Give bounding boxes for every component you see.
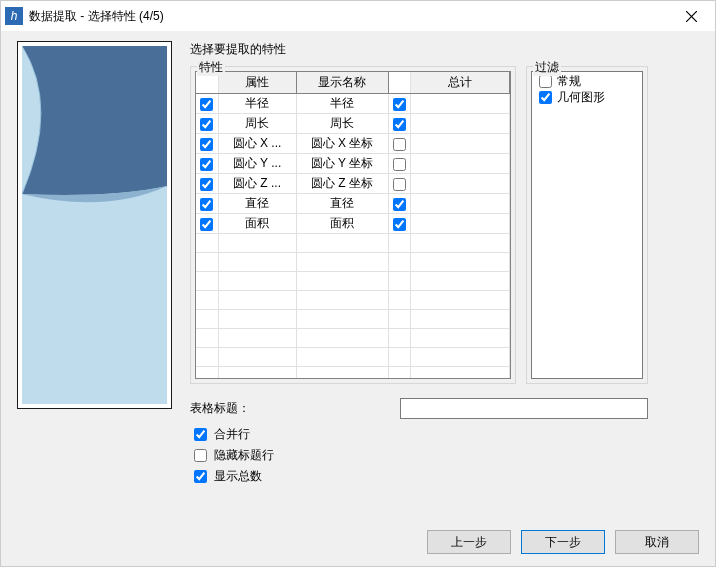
- filter-checkbox[interactable]: [539, 75, 552, 88]
- row-select-checkbox[interactable]: [200, 98, 213, 111]
- row-select-checkbox[interactable]: [200, 218, 213, 231]
- table-row: [196, 253, 510, 272]
- option-row: 合并行: [190, 425, 699, 444]
- row-total-checkbox[interactable]: [393, 158, 406, 171]
- filter-item: 几何图形: [533, 89, 641, 105]
- row-select-checkbox[interactable]: [200, 198, 213, 211]
- cell-attr[interactable]: 圆心 Y ...: [218, 154, 296, 174]
- cell-display[interactable]: 周长: [296, 114, 388, 134]
- table-row: [196, 367, 510, 380]
- table-row: [196, 291, 510, 310]
- close-icon: [686, 11, 697, 22]
- next-button[interactable]: 下一步: [521, 530, 605, 554]
- row-total-checkbox[interactable]: [393, 178, 406, 191]
- cell-display[interactable]: 面积: [296, 214, 388, 234]
- table-row: [196, 272, 510, 291]
- option-row: 隐藏标题行: [190, 446, 699, 465]
- cell-attr[interactable]: 面积: [218, 214, 296, 234]
- table-row: 圆心 Y ...圆心 Y 坐标: [196, 154, 510, 174]
- filter-checkbox[interactable]: [539, 91, 552, 104]
- cell-total: [410, 114, 510, 134]
- row-total-checkbox[interactable]: [393, 118, 406, 131]
- row-select-checkbox[interactable]: [200, 138, 213, 151]
- title-text: 数据提取 - 选择特性 (4/5): [29, 8, 164, 25]
- table-row: [196, 348, 510, 367]
- table-row: [196, 310, 510, 329]
- table-row: 周长周长: [196, 114, 510, 134]
- filter-label: 几何图形: [557, 89, 605, 106]
- table-row: 圆心 Z ...圆心 Z 坐标: [196, 174, 510, 194]
- option-checkbox[interactable]: [194, 470, 207, 483]
- cancel-button[interactable]: 取消: [615, 530, 699, 554]
- row-total-checkbox[interactable]: [393, 198, 406, 211]
- option-row: 显示总数: [190, 467, 699, 486]
- column-header-total-check[interactable]: [388, 72, 410, 94]
- table-row: [196, 329, 510, 348]
- cell-total: [410, 94, 510, 114]
- cell-display[interactable]: 直径: [296, 194, 388, 214]
- cell-total: [410, 134, 510, 154]
- cell-display[interactable]: 圆心 Y 坐标: [296, 154, 388, 174]
- cell-total: [410, 174, 510, 194]
- table-title-input[interactable]: [400, 398, 648, 419]
- back-button[interactable]: 上一步: [427, 530, 511, 554]
- row-select-checkbox[interactable]: [200, 178, 213, 191]
- table-row: 圆心 X ...圆心 X 坐标: [196, 134, 510, 154]
- column-header-attr[interactable]: 属性: [218, 72, 296, 94]
- option-checkbox[interactable]: [194, 449, 207, 462]
- filter-groupbox: 过滤 常规几何图形: [526, 66, 648, 384]
- table-row: 面积面积: [196, 214, 510, 234]
- option-label: 显示总数: [214, 468, 262, 485]
- app-icon: h: [5, 7, 23, 25]
- preview-frame: [17, 41, 172, 409]
- row-select-checkbox[interactable]: [200, 118, 213, 131]
- option-label: 隐藏标题行: [214, 447, 274, 464]
- dialog-window: h 数据提取 - 选择特性 (4/5): [0, 0, 716, 567]
- properties-table: 属性 显示名称 总计 半径半径周长周长圆心 X ...圆心 X 坐标圆心 Y .…: [196, 72, 510, 379]
- cell-display[interactable]: 圆心 X 坐标: [296, 134, 388, 154]
- cell-total: [410, 194, 510, 214]
- table-row: 半径半径: [196, 94, 510, 114]
- cell-attr[interactable]: 直径: [218, 194, 296, 214]
- preview-image: [22, 46, 167, 404]
- close-button[interactable]: [669, 2, 713, 30]
- properties-groupbox: 特性 属性 显示名称 总计: [190, 66, 516, 384]
- row-select-checkbox[interactable]: [200, 158, 213, 171]
- table-title-label: 表格标题：: [190, 400, 400, 417]
- option-checkbox[interactable]: [194, 428, 207, 441]
- cell-display[interactable]: 半径: [296, 94, 388, 114]
- column-header-display[interactable]: 显示名称: [296, 72, 388, 94]
- option-label: 合并行: [214, 426, 250, 443]
- row-total-checkbox[interactable]: [393, 138, 406, 151]
- cell-attr[interactable]: 周长: [218, 114, 296, 134]
- row-total-checkbox[interactable]: [393, 98, 406, 111]
- table-row: [196, 234, 510, 253]
- cell-total: [410, 154, 510, 174]
- row-total-checkbox[interactable]: [393, 218, 406, 231]
- column-header-total[interactable]: 总计: [410, 72, 510, 94]
- cell-attr[interactable]: 半径: [218, 94, 296, 114]
- table-row: 直径直径: [196, 194, 510, 214]
- title-bar: h 数据提取 - 选择特性 (4/5): [1, 1, 715, 31]
- cell-attr[interactable]: 圆心 Z ...: [218, 174, 296, 194]
- cell-total: [410, 214, 510, 234]
- cell-display[interactable]: 圆心 Z 坐标: [296, 174, 388, 194]
- filter-list: 常规几何图形: [531, 71, 643, 379]
- properties-groupbox-title: 特性: [197, 59, 225, 76]
- page-heading: 选择要提取的特性: [190, 41, 699, 58]
- filter-groupbox-title: 过滤: [533, 59, 561, 76]
- cell-attr[interactable]: 圆心 X ...: [218, 134, 296, 154]
